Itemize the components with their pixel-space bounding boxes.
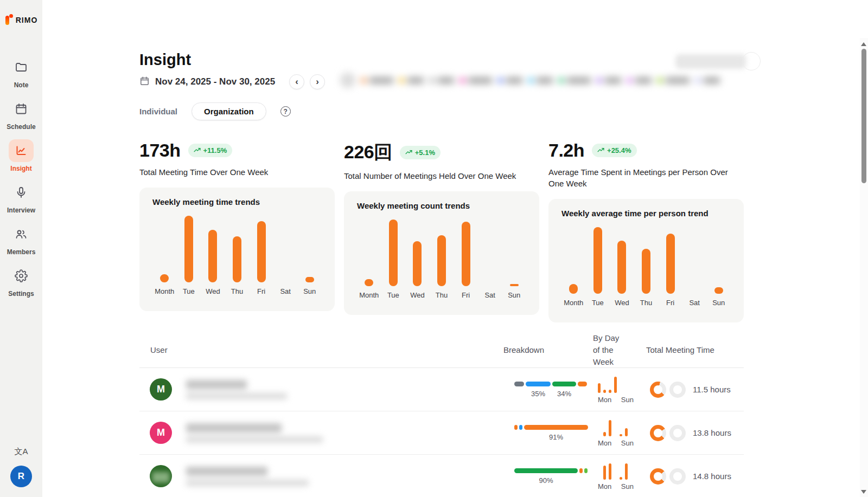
redacted-filter-chip[interactable] bbox=[558, 77, 591, 84]
redacted-filter-chip[interactable] bbox=[399, 77, 424, 84]
bar-chart-average-trend: MonthTueWedThuFriSatSun bbox=[561, 221, 731, 307]
avatar bbox=[150, 465, 172, 487]
mini-bar bbox=[620, 477, 622, 480]
sidebar-item-note[interactable]: Note bbox=[9, 56, 34, 89]
breakdown-cell: 91% bbox=[503, 425, 589, 441]
x-axis-tick: Month bbox=[155, 287, 174, 295]
redacted-filter-chip[interactable] bbox=[361, 77, 393, 84]
chip-color-dot bbox=[459, 78, 465, 83]
redacted-filter-chip[interactable] bbox=[528, 77, 553, 84]
x-axis-tick: Thu bbox=[436, 291, 448, 299]
chip-redacted-text bbox=[635, 77, 652, 84]
next-week-button[interactable]: › bbox=[310, 74, 325, 89]
trending-up-icon bbox=[597, 147, 604, 154]
kpi-delta-badge: +11.5% bbox=[188, 144, 233, 157]
scope-tabs: Individual Organization ? bbox=[139, 102, 859, 120]
sidebar-item-label: Interview bbox=[7, 206, 35, 214]
redacted-filter-chip[interactable] bbox=[596, 77, 621, 84]
prev-week-button[interactable]: ‹ bbox=[289, 74, 304, 89]
redacted-filter-chip[interactable] bbox=[429, 77, 454, 84]
scrollbar-thumb[interactable] bbox=[861, 49, 866, 183]
mini-axis-sun: Sun bbox=[621, 396, 634, 404]
redacted-filter-chip[interactable] bbox=[657, 77, 690, 84]
redacted-avatar-chip[interactable] bbox=[340, 73, 355, 88]
breakdown-segment bbox=[579, 468, 583, 473]
x-axis-tick: Wed bbox=[410, 291, 425, 299]
mini-bar bbox=[603, 466, 606, 480]
table-row[interactable]: M35%34%MonSun11.5 hours bbox=[139, 368, 744, 411]
kpi-delta-badge: +5.1% bbox=[400, 146, 441, 159]
bar-column: Month bbox=[561, 221, 586, 307]
total-hours: 13.8 hours bbox=[693, 428, 731, 437]
table-row[interactable]: M91%MonSun13.8 hours bbox=[139, 411, 744, 455]
redacted-filter-chip[interactable] bbox=[627, 77, 652, 84]
insight-content: Insight Nov 24, 2025 - Nov 30, 2025 ‹ › … bbox=[42, 0, 859, 497]
chip-redacted-text bbox=[438, 77, 454, 84]
kpi-row: 173h +11.5% Total Meeting Time Over One … bbox=[139, 140, 859, 322]
total-time-cell: 11.5 hours bbox=[646, 382, 744, 398]
bar-column: Fri bbox=[454, 214, 478, 299]
table-row[interactable]: 90%MonSun14.8 hours bbox=[139, 455, 744, 497]
bar-column: Fri bbox=[658, 221, 682, 307]
x-axis-tick: Tue bbox=[387, 291, 399, 299]
chip-color-dot bbox=[596, 78, 602, 83]
chip-redacted-text bbox=[407, 77, 424, 84]
sidebar-item-settings[interactable]: Settings bbox=[8, 264, 34, 298]
tab-individual[interactable]: Individual bbox=[139, 107, 177, 116]
redacted-filter-chip[interactable] bbox=[695, 77, 720, 84]
donut-progress bbox=[650, 468, 666, 485]
chip-color-dot bbox=[528, 78, 534, 83]
table-body: M35%34%MonSun11.5 hoursM91%MonSun13.8 ho… bbox=[139, 368, 744, 497]
chip-color-dot bbox=[429, 78, 435, 83]
chip-redacted-text bbox=[369, 77, 393, 84]
x-axis-tick: Fri bbox=[666, 299, 674, 307]
brand-name: RIMO bbox=[16, 16, 38, 24]
chart-title: Weekly meeting count trends bbox=[357, 201, 526, 210]
language-icon[interactable]: 文A bbox=[14, 447, 28, 457]
bar-column: Wed bbox=[201, 210, 225, 295]
bar-column: Tue bbox=[586, 221, 610, 307]
bar-Tue bbox=[389, 220, 398, 286]
sidebar-item-insight[interactable]: Insight bbox=[9, 139, 34, 172]
chip-color-dot bbox=[657, 78, 663, 83]
chip-redacted-text bbox=[567, 77, 591, 84]
sidebar-item-label: Insight bbox=[10, 165, 31, 172]
bar-column: Sat bbox=[273, 210, 298, 295]
chart-line-icon bbox=[9, 139, 34, 162]
sidebar-item-schedule[interactable]: Schedule bbox=[7, 98, 35, 131]
by-day-mini-chart: MonSun bbox=[589, 419, 646, 447]
breakdown-cell: 90% bbox=[503, 468, 589, 485]
scrollbar-down-arrow[interactable] bbox=[861, 490, 866, 494]
rimo-logo-icon bbox=[5, 14, 13, 25]
chip-color-dot bbox=[695, 78, 701, 83]
scrollbar-up-arrow[interactable] bbox=[861, 42, 866, 46]
sidebar-item-label: Members bbox=[7, 248, 36, 256]
redacted-filter-chip[interactable] bbox=[459, 77, 492, 84]
tab-organization[interactable]: Organization bbox=[192, 102, 266, 120]
help-icon[interactable]: ? bbox=[280, 106, 291, 117]
kpi-meeting-count: 226回 +5.1% Total Number of Meetings Held… bbox=[344, 140, 539, 322]
bar-column: Sun bbox=[706, 221, 731, 307]
bar-Sun bbox=[305, 277, 314, 282]
mini-bar bbox=[625, 463, 628, 480]
bar-column: Wed bbox=[405, 214, 430, 299]
sidebar-item-interview[interactable]: Interview bbox=[7, 181, 35, 214]
trending-up-icon bbox=[405, 149, 412, 156]
user-avatar[interactable]: R bbox=[10, 466, 32, 487]
chart-title: Weekly average time per person trend bbox=[561, 209, 731, 218]
bar-Wed bbox=[617, 241, 626, 294]
redacted-user-name bbox=[186, 467, 309, 486]
bar-column: Sun bbox=[297, 210, 322, 295]
breakdown-segment bbox=[514, 382, 524, 386]
user-cell bbox=[139, 465, 503, 487]
total-time-cell: 13.8 hours bbox=[646, 425, 744, 441]
chip-redacted-text bbox=[666, 77, 690, 84]
bar-Thu bbox=[642, 249, 650, 294]
redacted-filter-chip[interactable] bbox=[497, 77, 522, 84]
breakdown-segment bbox=[514, 425, 518, 430]
x-axis-tick: Month bbox=[359, 291, 379, 299]
sidebar-item-members[interactable]: Members bbox=[7, 223, 36, 256]
total-hours: 11.5 hours bbox=[693, 385, 731, 394]
breakdown-segment bbox=[526, 382, 551, 386]
people-icon bbox=[9, 223, 34, 246]
